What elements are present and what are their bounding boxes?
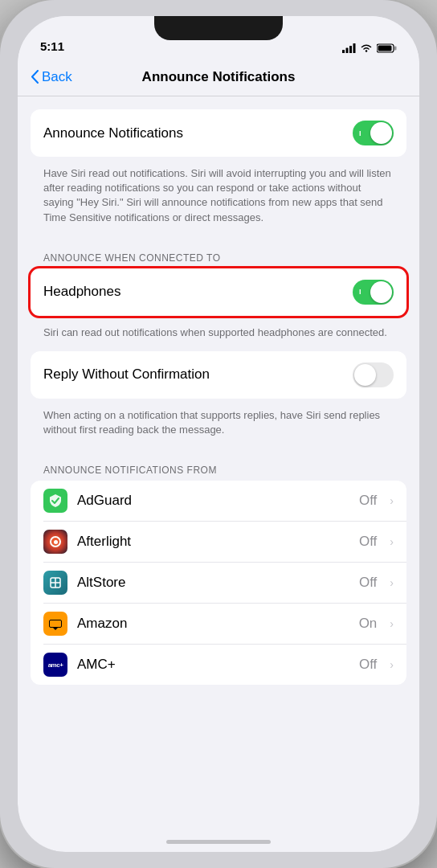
announce-toggle-row: Announce Notifications I	[31, 109, 406, 157]
reply-label: Reply Without Confirmation	[43, 366, 210, 383]
announce-toggle-label: Announce Notifications	[43, 125, 183, 141]
headphones-toggle-knob	[370, 281, 392, 303]
list-item[interactable]: Afterlight Off ›	[31, 522, 406, 562]
headphones-section: Headphones I	[31, 268, 406, 316]
back-label: Back	[42, 69, 72, 85]
amcplus-status: Off	[359, 657, 377, 673]
reply-toggle-knob	[354, 364, 376, 386]
headphones-label: Headphones	[43, 284, 120, 300]
svg-rect-3	[353, 43, 356, 53]
chevron-left-icon	[31, 70, 39, 84]
altstore-chevron: ›	[390, 576, 394, 589]
signal-icon	[342, 43, 356, 53]
amazon-status: On	[359, 616, 378, 632]
announce-toggle[interactable]: I	[353, 121, 394, 145]
list-item[interactable]: AltStore Off ›	[31, 563, 406, 603]
nav-bar: Back Announce Notifications	[18, 58, 419, 96]
toggle-knob	[370, 122, 392, 144]
phone-frame: 5:11	[0, 0, 437, 868]
afterlight-name: Afterlight	[77, 534, 349, 550]
reply-description: When acting on a notification that suppo…	[31, 405, 406, 448]
svg-rect-5	[378, 46, 392, 51]
svg-rect-0	[342, 50, 345, 53]
reply-card: Reply Without Confirmation	[31, 351, 406, 399]
content-area: Announce Notifications I Have Siri read …	[18, 96, 419, 852]
adguard-status: Off	[359, 493, 377, 509]
notch	[154, 16, 283, 40]
afterlight-chevron: ›	[390, 535, 394, 548]
phone-inner: 5:11	[18, 16, 419, 852]
headphones-toggle[interactable]: I	[353, 280, 394, 305]
from-section-header: ANNOUNCE NOTIFICATIONS FROM	[31, 448, 406, 481]
adguard-icon	[43, 489, 67, 513]
reply-toggle[interactable]	[353, 362, 394, 387]
screen: 5:11	[18, 16, 419, 852]
headphones-inner: Headphones I	[31, 268, 406, 316]
toggle-on-label: I	[359, 129, 361, 137]
amcplus-icon: amc+	[43, 653, 67, 677]
afterlight-icon	[43, 530, 67, 554]
reply-row: Reply Without Confirmation	[31, 351, 406, 399]
headphones-row: Headphones I	[31, 268, 406, 316]
afterlight-status: Off	[359, 534, 377, 550]
adguard-name: AdGuard	[77, 493, 349, 509]
svg-rect-6	[394, 47, 397, 51]
list-item[interactable]: amc+ AMC+ Off ›	[31, 645, 406, 685]
apps-list: AdGuard Off › Afterlight Off	[31, 481, 406, 685]
altstore-name: AltStore	[77, 575, 349, 591]
amcplus-chevron: ›	[390, 658, 394, 671]
list-item[interactable]: Amazon On ›	[31, 604, 406, 644]
amcplus-name: AMC+	[77, 657, 349, 673]
status-icons	[342, 43, 397, 53]
battery-icon	[377, 43, 397, 53]
amazon-icon	[43, 612, 67, 636]
connected-section-header: ANNOUNCE WHEN CONNECTED TO	[31, 236, 406, 268]
back-button[interactable]: Back	[31, 69, 72, 85]
nav-title: Announce Notifications	[142, 69, 296, 85]
amazon-chevron: ›	[390, 617, 394, 630]
altstore-status: Off	[359, 575, 377, 591]
headphones-description: Siri can read out notifications when sup…	[31, 322, 406, 351]
status-time: 5:11	[40, 39, 64, 53]
home-indicator	[166, 840, 271, 844]
svg-rect-2	[349, 46, 352, 53]
amazon-name: Amazon	[77, 616, 349, 632]
headphones-toggle-label: I	[359, 288, 361, 296]
adguard-chevron: ›	[390, 494, 394, 507]
wifi-icon	[360, 43, 373, 53]
announce-description: Have Siri read out notifications. Siri w…	[31, 163, 406, 236]
announce-notifications-card: Announce Notifications I	[31, 109, 406, 157]
altstore-icon	[43, 571, 67, 595]
list-item[interactable]: AdGuard Off ›	[31, 481, 406, 521]
svg-rect-1	[346, 48, 349, 54]
